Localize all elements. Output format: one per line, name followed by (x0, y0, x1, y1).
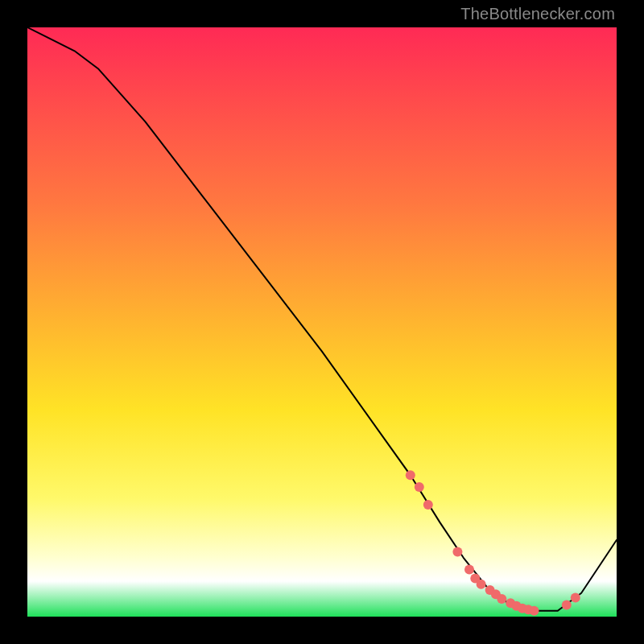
marker-dot (530, 606, 539, 616)
attribution-text: TheBottlenecker.com (460, 5, 615, 23)
marker-dot (415, 482, 424, 492)
marker-dot (571, 593, 580, 603)
marker-dot (452, 547, 462, 557)
marker-dot (562, 600, 572, 609)
plot-area (27, 27, 617, 617)
marker-dot (406, 470, 415, 480)
marker-dot (423, 500, 433, 510)
marker-dot (477, 580, 486, 589)
curve-layer (27, 27, 617, 617)
marker-group (406, 470, 580, 615)
marker-dot (497, 594, 506, 604)
bottleneck-curve (27, 27, 617, 611)
chart-container: TheBottlenecker.com (0, 0, 644, 644)
marker-dot (464, 564, 474, 574)
